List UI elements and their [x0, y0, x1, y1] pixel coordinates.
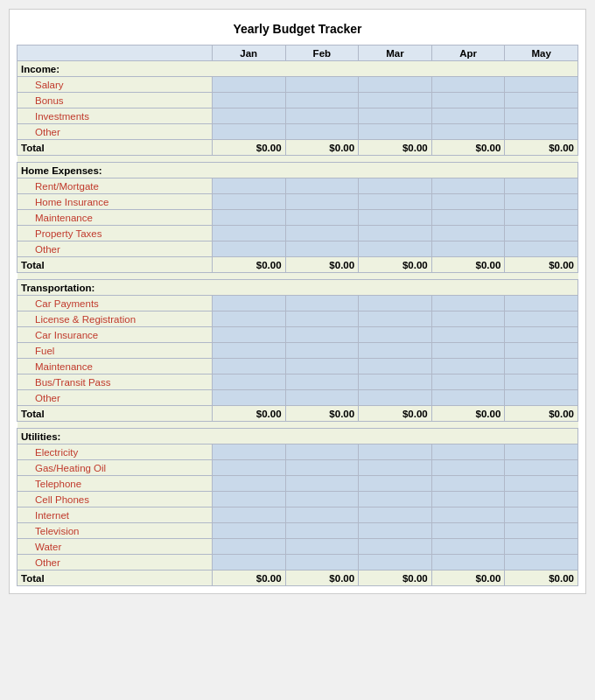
input-cell-utilities-7-3[interactable]: [431, 555, 505, 570]
input-cell-income-0-3[interactable]: [431, 77, 505, 93]
input-cell-home-expenses-4-2[interactable]: [359, 242, 432, 257]
input-cell-home-expenses-1-2[interactable]: [359, 194, 432, 210]
input-cell-transportation-2-2[interactable]: [359, 327, 432, 343]
input-cell-utilities-5-2[interactable]: [359, 523, 432, 539]
input-cell-income-2-3[interactable]: [431, 108, 505, 124]
input-cell-utilities-1-2[interactable]: [359, 460, 432, 476]
input-cell-utilities-1-4[interactable]: [505, 460, 578, 476]
input-cell-home-expenses-1-4[interactable]: [505, 194, 578, 210]
input-cell-transportation-4-2[interactable]: [359, 359, 432, 374]
input-cell-transportation-3-1[interactable]: [285, 343, 359, 359]
input-cell-home-expenses-3-1[interactable]: [285, 226, 359, 242]
input-cell-income-0-1[interactable]: [285, 77, 359, 93]
input-cell-transportation-2-0[interactable]: [212, 327, 285, 343]
input-cell-home-expenses-2-0[interactable]: [212, 210, 285, 226]
input-cell-income-1-4[interactable]: [505, 93, 578, 108]
input-cell-utilities-6-2[interactable]: [359, 539, 432, 555]
input-cell-income-2-1[interactable]: [285, 108, 359, 124]
input-cell-utilities-1-3[interactable]: [431, 460, 505, 476]
input-cell-home-expenses-2-2[interactable]: [359, 210, 432, 226]
input-cell-home-expenses-4-3[interactable]: [431, 242, 505, 257]
input-cell-transportation-5-0[interactable]: [212, 374, 285, 390]
input-cell-home-expenses-2-4[interactable]: [505, 210, 578, 226]
input-cell-home-expenses-1-1[interactable]: [285, 194, 359, 210]
input-cell-utilities-6-1[interactable]: [285, 539, 359, 555]
input-cell-transportation-0-0[interactable]: [212, 296, 285, 312]
input-cell-transportation-2-3[interactable]: [431, 327, 505, 343]
input-cell-income-2-4[interactable]: [505, 108, 578, 124]
input-cell-transportation-4-3[interactable]: [431, 359, 505, 374]
input-cell-home-expenses-3-0[interactable]: [212, 226, 285, 242]
input-cell-transportation-5-3[interactable]: [431, 374, 505, 390]
input-cell-income-1-0[interactable]: [212, 93, 285, 108]
input-cell-transportation-5-2[interactable]: [359, 374, 432, 390]
input-cell-home-expenses-0-1[interactable]: [285, 178, 359, 194]
input-cell-home-expenses-4-0[interactable]: [212, 242, 285, 257]
input-cell-home-expenses-3-4[interactable]: [505, 226, 578, 242]
input-cell-income-3-3[interactable]: [431, 124, 505, 140]
input-cell-utilities-4-0[interactable]: [212, 508, 285, 523]
input-cell-utilities-6-3[interactable]: [431, 539, 505, 555]
input-cell-income-1-3[interactable]: [431, 93, 505, 108]
input-cell-utilities-0-0[interactable]: [212, 444, 285, 460]
input-cell-income-2-0[interactable]: [212, 108, 285, 124]
input-cell-transportation-6-4[interactable]: [505, 390, 578, 406]
input-cell-home-expenses-2-3[interactable]: [431, 210, 505, 226]
input-cell-utilities-7-1[interactable]: [285, 555, 359, 570]
input-cell-home-expenses-1-3[interactable]: [431, 194, 505, 210]
input-cell-utilities-4-2[interactable]: [359, 508, 432, 523]
input-cell-transportation-6-2[interactable]: [359, 390, 432, 406]
input-cell-utilities-0-1[interactable]: [285, 444, 359, 460]
input-cell-utilities-7-0[interactable]: [212, 555, 285, 570]
input-cell-utilities-0-3[interactable]: [431, 444, 505, 460]
input-cell-utilities-4-3[interactable]: [431, 508, 505, 523]
input-cell-transportation-1-1[interactable]: [285, 312, 359, 327]
input-cell-utilities-0-2[interactable]: [359, 444, 432, 460]
input-cell-income-1-1[interactable]: [285, 93, 359, 108]
input-cell-utilities-3-1[interactable]: [285, 492, 359, 508]
input-cell-utilities-5-1[interactable]: [285, 523, 359, 539]
input-cell-transportation-2-4[interactable]: [505, 327, 578, 343]
input-cell-utilities-5-0[interactable]: [212, 523, 285, 539]
input-cell-home-expenses-0-2[interactable]: [359, 178, 432, 194]
input-cell-utilities-3-2[interactable]: [359, 492, 432, 508]
input-cell-transportation-4-1[interactable]: [285, 359, 359, 374]
input-cell-home-expenses-3-3[interactable]: [431, 226, 505, 242]
input-cell-transportation-3-3[interactable]: [431, 343, 505, 359]
input-cell-income-0-2[interactable]: [359, 77, 432, 93]
input-cell-utilities-2-0[interactable]: [212, 476, 285, 492]
input-cell-transportation-3-4[interactable]: [505, 343, 578, 359]
input-cell-income-3-0[interactable]: [212, 124, 285, 140]
input-cell-utilities-4-4[interactable]: [505, 508, 578, 523]
input-cell-income-2-2[interactable]: [359, 108, 432, 124]
input-cell-utilities-1-0[interactable]: [212, 460, 285, 476]
input-cell-home-expenses-0-3[interactable]: [431, 178, 505, 194]
input-cell-transportation-1-0[interactable]: [212, 312, 285, 327]
input-cell-utilities-1-1[interactable]: [285, 460, 359, 476]
input-cell-income-0-0[interactable]: [212, 77, 285, 93]
input-cell-income-0-4[interactable]: [505, 77, 578, 93]
input-cell-home-expenses-0-4[interactable]: [505, 178, 578, 194]
input-cell-income-3-1[interactable]: [285, 124, 359, 140]
input-cell-utilities-3-4[interactable]: [505, 492, 578, 508]
input-cell-utilities-7-4[interactable]: [505, 555, 578, 570]
input-cell-home-expenses-2-1[interactable]: [285, 210, 359, 226]
input-cell-home-expenses-0-0[interactable]: [212, 178, 285, 194]
input-cell-utilities-5-3[interactable]: [431, 523, 505, 539]
input-cell-transportation-1-4[interactable]: [505, 312, 578, 327]
input-cell-home-expenses-4-4[interactable]: [505, 242, 578, 257]
input-cell-utilities-3-3[interactable]: [431, 492, 505, 508]
input-cell-transportation-6-0[interactable]: [212, 390, 285, 406]
input-cell-home-expenses-3-2[interactable]: [359, 226, 432, 242]
input-cell-utilities-5-4[interactable]: [505, 523, 578, 539]
input-cell-transportation-6-1[interactable]: [285, 390, 359, 406]
input-cell-income-1-2[interactable]: [359, 93, 432, 108]
input-cell-utilities-4-1[interactable]: [285, 508, 359, 523]
input-cell-transportation-3-0[interactable]: [212, 343, 285, 359]
input-cell-utilities-2-2[interactable]: [359, 476, 432, 492]
input-cell-utilities-7-2[interactable]: [359, 555, 432, 570]
input-cell-transportation-1-3[interactable]: [431, 312, 505, 327]
input-cell-transportation-0-1[interactable]: [285, 296, 359, 312]
input-cell-transportation-2-1[interactable]: [285, 327, 359, 343]
input-cell-transportation-6-3[interactable]: [431, 390, 505, 406]
